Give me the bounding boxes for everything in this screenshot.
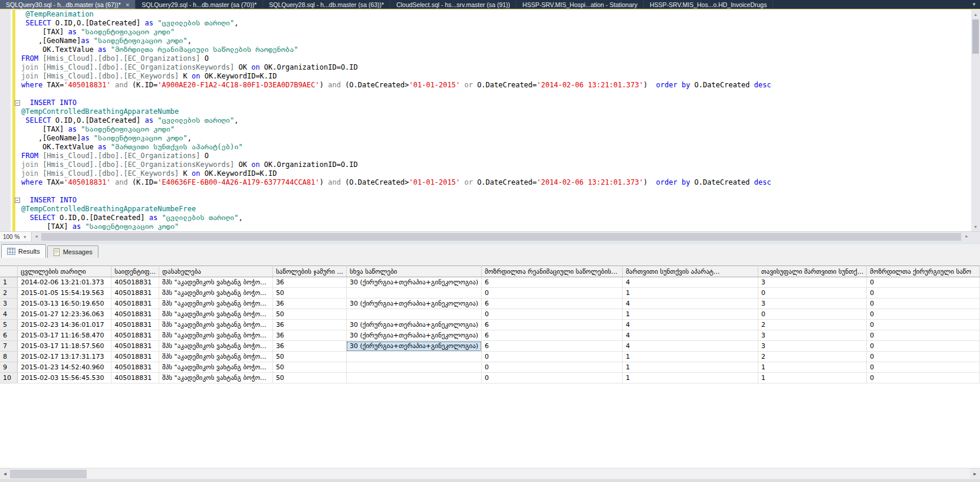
grid-cell[interactable]: 36 xyxy=(272,341,346,352)
grid-cell[interactable]: 30 (ქირურგია+თერაპია+გინეკოლოგია) xyxy=(346,320,481,330)
grid-cell[interactable]: 36 xyxy=(272,330,346,341)
grid-cell[interactable]: 50 xyxy=(272,362,346,373)
grid-cell[interactable]: შპს "აკადემიკოს ვახტანგ ბოჭო... xyxy=(159,352,273,362)
editor-tab[interactable]: SQLQuery29.sql - h...db.master (sa (70))… xyxy=(136,0,263,9)
grid-cell[interactable]: შპს "აკადემიკოს ვახტანგ ბოჭო... xyxy=(159,320,273,330)
grid-cell[interactable]: 405018831 xyxy=(111,320,159,330)
grid-cell[interactable]: 1 xyxy=(623,373,758,383)
grid-cell[interactable]: 1 xyxy=(623,288,758,299)
grid-cell[interactable]: 0 xyxy=(758,288,867,299)
editor-tab[interactable]: CloudSelect.sql - hs...srv.master (sa (9… xyxy=(390,0,517,9)
grid-column-header[interactable]: ცვლილების თარიღი xyxy=(18,266,111,277)
grid-cell[interactable]: 405018831 xyxy=(111,362,159,373)
grid-cell[interactable]: 4 xyxy=(623,299,758,309)
code-line[interactable]: where TAX='405018831' and (K.ID='E40636F… xyxy=(21,178,971,187)
scroll-left-icon[interactable]: ◄ xyxy=(32,232,41,241)
grid-cell[interactable] xyxy=(346,288,481,299)
sql-editor[interactable]: @TempReanimation SELECT O.ID,O.[DateCrea… xyxy=(0,10,980,231)
code-line[interactable]: @TempControlledBreathingApparateNumbe xyxy=(21,107,971,116)
editor-tab[interactable]: HSSP-SRV.MIS_Hos...o.HD_InvoiceDrugs xyxy=(644,0,773,9)
grid-cell[interactable]: 3 xyxy=(758,277,867,288)
grid-cell[interactable]: შპს "აკადემიკოს ვახტანგ ბოჭო... xyxy=(159,330,273,341)
grid-cell[interactable]: 0 xyxy=(867,309,980,320)
grid-cell[interactable]: 0 xyxy=(867,277,980,288)
grid-cell[interactable]: 405018831 xyxy=(111,330,159,341)
grid-column-header[interactable]: საწოლების ჯამური ... xyxy=(272,266,346,277)
collapse-region-icon[interactable]: − xyxy=(15,100,20,106)
code-line[interactable]: ,[GeoName]as "საიდენტიფიკაციო კოდი", xyxy=(21,134,971,143)
code-line[interactable]: [TAX] as "საიდენტიფიკაციო კოდი" xyxy=(21,125,971,134)
grid-column-header[interactable] xyxy=(0,266,18,277)
grid-cell[interactable]: 2015-03-17 11:16:58.470 xyxy=(18,330,111,341)
grid-cell[interactable]: 3 xyxy=(758,299,867,309)
grid-cell[interactable]: 36 xyxy=(272,320,346,330)
grid-cell[interactable]: 2015-01-05 15:54:19.563 xyxy=(18,288,111,299)
grid-cell[interactable]: შპს "აკადემიკოს ვახტანგ ბოჭო... xyxy=(159,362,273,373)
grid-cell[interactable]: 6 xyxy=(482,277,623,288)
grid-cell[interactable] xyxy=(346,373,481,383)
code-line[interactable]: @TempControlledBreathingApparateNumbeFre… xyxy=(21,205,971,214)
row-header[interactable]: 9 xyxy=(0,362,18,373)
grid-cell[interactable]: 3 xyxy=(758,341,867,352)
grid-cell[interactable]: 0 xyxy=(758,309,867,320)
grid-column-header[interactable]: დასახელება xyxy=(159,266,273,277)
grid-cell[interactable]: 1 xyxy=(623,362,758,373)
grid-cell[interactable]: 1 xyxy=(623,309,758,320)
grid-cell[interactable]: 1 xyxy=(758,362,867,373)
scroll-right-icon[interactable]: ► xyxy=(962,232,971,241)
grid-cell[interactable]: 30 (ქირურგია+თერაპია+გინეკოლოგია) xyxy=(346,341,481,352)
grid-cell[interactable]: 2015-01-27 12:23:36.063 xyxy=(18,309,111,320)
grid-cell[interactable]: 50 xyxy=(272,309,346,320)
grid-cell[interactable]: 2014-02-06 13:21:01.373 xyxy=(18,277,111,288)
grid-cell[interactable]: 2015-03-13 16:50:19.650 xyxy=(18,299,111,309)
vertical-scroll-thumb[interactable] xyxy=(972,19,979,54)
zoom-level-dropdown[interactable]: 100 % ▼ xyxy=(0,232,32,242)
grid-cell[interactable]: 6 xyxy=(482,341,623,352)
code-line[interactable]: ,[GeoName]as "საიდენტიფიკაციო კოდი", xyxy=(21,37,971,45)
code-line[interactable]: FROM [Hmis_Cloud].[dbo].[EC_Organization… xyxy=(21,152,971,160)
code-line[interactable]: join [Hmis_Cloud].[dbo].[EC_Organization… xyxy=(21,160,971,169)
code-line[interactable]: OK.TextValue as "მართვითი სუნთქვის აპარა… xyxy=(21,143,971,152)
row-header[interactable]: 2 xyxy=(0,288,18,299)
grid-cell[interactable] xyxy=(346,352,481,362)
grid-cell[interactable]: 0 xyxy=(482,309,623,320)
grid-cell[interactable]: 2 xyxy=(758,320,867,330)
grid-column-header[interactable]: მართვითი სუნთქვის აპარატ... xyxy=(623,266,758,277)
collapse-region-icon[interactable]: − xyxy=(15,198,20,203)
editor-horizontal-scrollbar[interactable]: 100 % ▼ ◄ ► xyxy=(0,231,980,241)
grid-cell[interactable]: შპს "აკადემიკოს ვახტანგ ბოჭო... xyxy=(159,373,273,383)
grid-cell[interactable]: 2015-01-23 14:52:40.960 xyxy=(18,362,111,373)
grid-cell[interactable]: 2015-02-23 14:36:01.017 xyxy=(18,320,111,330)
row-header[interactable]: 10 xyxy=(0,373,18,383)
grid-cell[interactable]: 36 xyxy=(272,277,346,288)
row-header[interactable]: 4 xyxy=(0,309,18,320)
grid-cell[interactable]: 0 xyxy=(482,352,623,362)
scroll-down-icon[interactable]: ▼ xyxy=(971,222,980,231)
grid-cell[interactable]: შპს "აკადემიკოს ვახტანგ ბოჭო... xyxy=(159,299,273,309)
code-line[interactable]: join [Hmis_Cloud].[dbo].[EC_Organization… xyxy=(21,63,971,72)
grid-cell[interactable]: 0 xyxy=(867,320,980,330)
tab-messages[interactable]: Messages xyxy=(47,245,98,258)
grid-cell[interactable] xyxy=(346,309,481,320)
grid-scroll-thumb[interactable] xyxy=(10,470,87,478)
scroll-up-icon[interactable]: ▲ xyxy=(971,10,980,19)
grid-cell[interactable]: 0 xyxy=(867,299,980,309)
grid-cell[interactable]: 0 xyxy=(867,362,980,373)
grid-column-header[interactable]: მოზრდილთა ქირურგიული საწო xyxy=(867,266,980,277)
editor-tab[interactable]: SQLQuery30.sql - h...db.master (sa (67))… xyxy=(0,0,136,9)
grid-column-header[interactable]: თავისუფალი მართვითი სუნთქ... xyxy=(758,266,867,277)
code-line[interactable]: SELECT O.ID,O.[DateCreated] as "ცვლილები… xyxy=(21,19,971,28)
code-line[interactable]: join [Hmis_Cloud].[dbo].[EC_Keywords] K … xyxy=(21,169,971,178)
scroll-right-icon[interactable]: ► xyxy=(970,468,980,480)
grid-cell[interactable]: 50 xyxy=(272,373,346,383)
code-line[interactable] xyxy=(21,90,971,99)
row-header[interactable]: 8 xyxy=(0,352,18,362)
grid-cell[interactable]: 6 xyxy=(482,299,623,309)
code-line[interactable]: INSERT INTO xyxy=(21,99,971,107)
grid-cell[interactable]: 4 xyxy=(623,341,758,352)
close-icon[interactable]: × xyxy=(126,2,129,8)
code-line[interactable]: [TAX] as "საიდენტიფიკაციო კოდი" xyxy=(21,222,971,231)
grid-cell[interactable]: 405018831 xyxy=(111,341,159,352)
editor-tab[interactable]: SQLQuery28.sql - h...db.master (sa (63))… xyxy=(263,0,390,9)
grid-cell[interactable]: 0 xyxy=(482,288,623,299)
